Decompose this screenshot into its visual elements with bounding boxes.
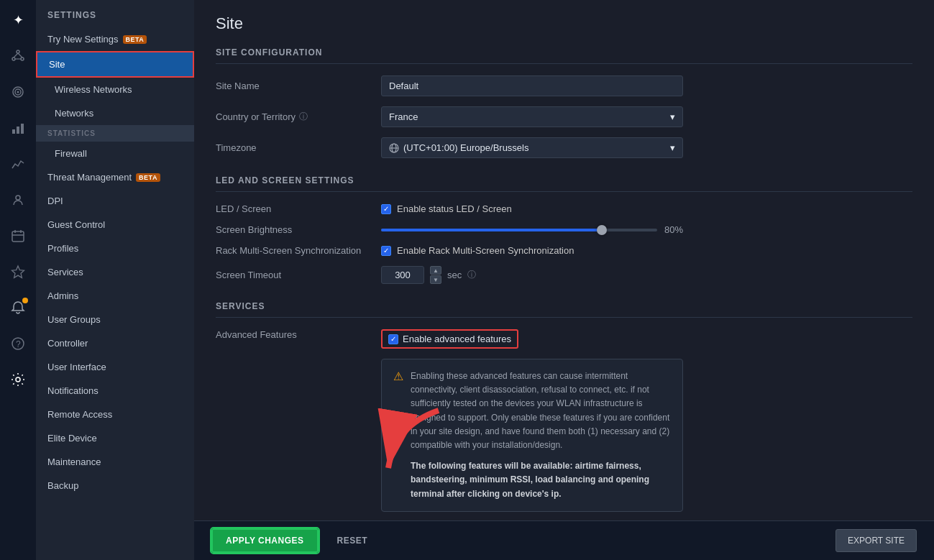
advanced-features-label: Advanced Features [216,329,374,340]
site-name-control [381,75,683,96]
sidebar-item-label: Guest Control [47,219,105,230]
led-row: LED / Screen Enable status LED / Screen [216,203,912,214]
sidebar-item-label: Networks [55,108,93,119]
stepper-up-button[interactable]: ▲ [430,266,441,275]
apply-changes-button[interactable]: APPLY CHANGES [211,528,319,553]
star-icon[interactable] [6,260,29,283]
brightness-control: 80% [381,224,683,235]
site-name-row: Site Name [216,75,912,96]
content-area: Site SITE CONFIGURATION Site Name Countr… [194,0,934,520]
sidebar-item-controller[interactable]: Controller [36,331,194,355]
sidebar-item-label: Controller [47,338,88,349]
sidebar-item-wireless-networks[interactable]: Wireless Networks [36,78,194,101]
sidebar-item-admins[interactable]: Admins [36,284,194,308]
bell-icon[interactable] [6,296,29,319]
timeout-input[interactable] [381,266,424,284]
sidebar-item-networks[interactable]: Networks [36,101,194,125]
warning-text-1: Enabling these advanced features can cau… [411,369,671,452]
sidebar-item-user-groups[interactable]: User Groups [36,308,194,331]
calendar-icon[interactable] [6,224,29,247]
brightness-label: Screen Brightness [216,224,374,235]
sidebar-item-elite-device[interactable]: Elite Device [36,426,194,450]
services-header: SERVICES [216,301,912,318]
led-section: LED AND SCREEN SETTINGS LED / Screen Ena… [216,175,912,284]
reset-button[interactable]: RESET [327,530,378,551]
sidebar-item-remote-access[interactable]: Remote Access [36,403,194,426]
topology-icon[interactable] [6,45,29,68]
svg-point-1 [12,58,15,60]
sidebar-item-guest-control[interactable]: Guest Control [36,213,194,237]
sidebar-item-try-new-settings[interactable]: Try New Settings BETA [36,27,194,51]
led-checkbox-row: Enable status LED / Screen [381,203,683,214]
sidebar-item-notifications[interactable]: Notifications [36,379,194,403]
sidebar-item-backup[interactable]: Backup [36,474,194,497]
timeout-input-group: ▲ ▼ sec ⓘ [381,266,683,284]
sidebar-item-dpi[interactable]: DPI [36,189,194,213]
sidebar-item-label: Wireless Networks [55,84,132,95]
rack-checkbox[interactable] [381,246,391,256]
sidebar-item-label: Admins [47,290,78,301]
sidebar-item-label: Try New Settings [47,34,119,45]
svg-rect-10 [17,127,19,134]
country-info-icon[interactable]: ⓘ [299,111,308,123]
help-icon[interactable]: ? [6,332,29,355]
sidebar-item-services[interactable]: Services [36,260,194,284]
timeout-info-icon[interactable]: ⓘ [467,269,476,281]
stats-icon[interactable] [6,116,29,139]
sidebar-item-label: Firewall [55,148,87,159]
site-config-section: SITE CONFIGURATION Site Name Country or … [216,47,912,158]
warning-text-2-strong: The following features will be available… [411,461,649,498]
sidebar-item-threat-management[interactable]: Threat Management BETA [36,165,194,189]
site-config-header: SITE CONFIGURATION [216,47,912,64]
svg-rect-13 [12,231,24,242]
export-site-button[interactable]: EXPORT SITE [835,529,917,552]
timezone-label: Timezone [216,142,374,153]
sidebar-item-label: User Interface [47,362,106,372]
beta-badge-threat: BETA [136,173,160,182]
bar-chart-icon[interactable] [6,152,29,175]
person-icon[interactable] [6,188,29,211]
site-name-input[interactable] [381,75,683,96]
sidebar-item-firewall[interactable]: Firewall [36,142,194,165]
warning-icon: ⚠ [393,369,403,501]
svg-point-12 [16,196,20,200]
brightness-slider-thumb[interactable] [597,225,607,235]
sidebar-item-maintenance[interactable]: Maintenance [36,450,194,474]
site-name-label: Site Name [216,81,374,91]
target-icon[interactable] [6,81,29,104]
rack-checkbox-label: Enable Rack Multi-Screen Synchronization [397,245,574,256]
advanced-features-checkbox[interactable] [388,334,398,344]
svg-text:?: ? [16,339,21,349]
sidebar-item-label: Elite Device [47,433,97,444]
advanced-features-checkbox-container[interactable]: Enable advanced features [381,329,518,349]
brightness-slider-fill [381,229,602,231]
gear-icon[interactable] [6,368,29,391]
sidebar-item-label: User Groups [47,314,101,325]
country-row: Country or Territory ⓘ France ▾ [216,106,912,127]
sidebar-item-label: Backup [47,480,78,491]
led-checkbox[interactable] [381,204,391,214]
sidebar-item-label: Services [47,267,83,277]
country-select[interactable]: France ▾ [381,106,683,127]
svg-marker-17 [12,266,24,277]
svg-rect-9 [12,129,15,134]
advanced-features-row: Advanced Features Enable advanced featur… [216,329,912,349]
timezone-select[interactable]: (UTC+01:00) Europe/Brussels ▾ [381,137,683,158]
warning-content: ⚠ Enabling these advanced features can c… [393,369,671,501]
beta-badge: BETA [123,35,147,44]
led-checkbox-label: Enable status LED / Screen [397,203,512,214]
sidebar-item-site[interactable]: Site [36,51,194,78]
bottom-bar: APPLY CHANGES RESET EXPORT SITE [194,520,934,560]
svg-rect-11 [21,124,24,134]
sidebar-item-profiles[interactable]: Profiles [36,237,194,260]
sidebar-item-label: Site [49,59,65,70]
brightness-slider-container: 80% [381,224,683,235]
sidebar-item-user-interface[interactable]: User Interface [36,355,194,379]
sidebar-item-label: Threat Management [47,172,132,183]
chevron-down-icon: ▾ [670,142,675,153]
stepper-down-button[interactable]: ▼ [430,275,441,284]
timeout-row: Screen Timeout ▲ ▼ sec ⓘ [216,266,912,284]
svg-point-20 [16,377,20,382]
brightness-slider-track[interactable] [381,229,657,231]
logo-icon[interactable]: ✦ [6,9,29,32]
